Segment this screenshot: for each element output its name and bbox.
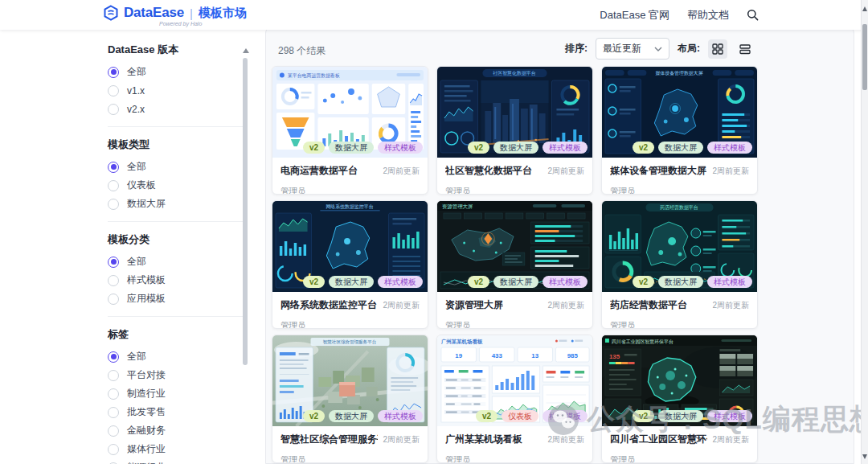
- dataease-logo-icon: [103, 5, 119, 21]
- template-card[interactable]: 智慧社区综合管理服务平台 v2 数据大屏 样式模板: [272, 335, 428, 463]
- template-card[interactable]: 药店经营数据平台: [601, 200, 758, 329]
- updated-time: 2周前更新: [712, 166, 749, 177]
- radio-icon: [108, 388, 119, 400]
- template-card[interactable]: 网络系统数据监控平台 v2 数据大屏: [272, 200, 428, 329]
- template-title: 电商运营数据平台: [280, 164, 358, 178]
- radio-icon: [108, 104, 119, 115]
- template-author: 管理员: [610, 186, 749, 195]
- radio-icon: [108, 257, 119, 268]
- radio-tag-energy[interactable]: 能源行业: [108, 458, 244, 464]
- template-preview: 社区智慧化数据平台: [437, 67, 592, 158]
- template-author: 管理员: [610, 454, 749, 463]
- type-badge: 数据大屏: [329, 410, 374, 422]
- radio-tag-media[interactable]: 媒体行业: [108, 440, 244, 458]
- radio-type-bigscreen[interactable]: 数据大屏: [108, 195, 244, 213]
- type-badge: 数据大屏: [658, 410, 703, 422]
- radio-version-v2[interactable]: v2.x: [108, 100, 244, 118]
- radio-tag-all[interactable]: 全部: [108, 347, 244, 366]
- type-badge: 数据大屏: [329, 276, 374, 288]
- radio-tag-finance[interactable]: 金融财务: [108, 421, 244, 440]
- radio-category-app[interactable]: 应用模板: [108, 289, 244, 308]
- divider: [108, 221, 243, 222]
- svg-text:药店经营数据平台: 药店经营数据平台: [660, 204, 698, 211]
- nav-link-help-docs[interactable]: 帮助文档: [687, 8, 729, 23]
- template-title: 广州某某机场看板: [445, 433, 522, 446]
- radio-tag-manufacturing[interactable]: 制造行业: [108, 384, 244, 403]
- version-badge: v2: [468, 276, 489, 288]
- template-card[interactable]: 资源管理大屏: [436, 200, 593, 329]
- search-button[interactable]: [747, 9, 759, 21]
- template-market-page: DataEase | 模板市场 Powered by Halo DataEase…: [0, 0, 868, 464]
- type-badge: 数据大屏: [493, 276, 538, 288]
- template-title: 药店经营数据平台: [610, 298, 687, 312]
- svg-text:社区智慧化数据平台: 社区智慧化数据平台: [493, 71, 535, 76]
- version-badge: v2: [476, 410, 497, 422]
- updated-time: 2周前更新: [712, 300, 749, 311]
- template-card[interactable]: 广州某某机场看板 19 433 13 985: [436, 335, 593, 463]
- layout-grid-button[interactable]: [708, 39, 727, 59]
- sort-dropdown[interactable]: 最近更新: [596, 38, 669, 60]
- powered-by-label: Powered by Halo: [159, 21, 202, 27]
- updated-time: 2周前更新: [383, 300, 420, 311]
- page-scrollbar[interactable]: [861, 0, 868, 464]
- template-preview: 广州某某机场看板 19 433 13 985: [437, 335, 592, 426]
- radio-tag-platform[interactable]: 平台对接: [108, 366, 244, 384]
- radio-tag-wholesale[interactable]: 批发零售: [108, 403, 244, 421]
- card-info: 四川省工业园区智慧环保平台2周前更新 管理员: [602, 426, 757, 463]
- scroll-down-icon[interactable]: [862, 454, 867, 459]
- template-title: 网络系统数据监控平台: [280, 298, 377, 312]
- radio-category-style[interactable]: 样式模板: [108, 271, 244, 289]
- filter-section-title-tags: 标签: [108, 327, 244, 343]
- scroll-up-icon[interactable]: [862, 6, 867, 11]
- brand-logo[interactable]: DataEase | 模板市场: [103, 5, 247, 21]
- brand-name: DataEase: [124, 5, 184, 21]
- badge-group: v2 数据大屏 样式模板: [303, 276, 423, 288]
- template-title: 社区智慧化数据平台: [445, 164, 532, 178]
- template-title: 资源管理大屏: [445, 298, 503, 312]
- template-title: 媒体设备管理数据大屏: [610, 164, 706, 178]
- template-card[interactable]: 某平台电商运营数据看板: [272, 66, 428, 195]
- template-preview: 网络系统数据监控平台 v2 数据大屏: [272, 201, 428, 292]
- category-badge: 样式模板: [542, 276, 588, 288]
- template-card[interactable]: 媒体设备管理数据大屏: [601, 66, 758, 195]
- template-card[interactable]: 社区智慧化数据平台: [436, 66, 593, 195]
- layout-list-button[interactable]: [735, 39, 755, 59]
- sort-label: 排序:: [565, 42, 588, 55]
- template-author: 管理员: [445, 186, 584, 195]
- type-badge: 数据大屏: [493, 142, 538, 154]
- radio-type-dashboard[interactable]: 仪表板: [108, 176, 244, 195]
- nav-link-official-site[interactable]: DataEase 官网: [600, 8, 669, 23]
- template-author: 管理员: [610, 320, 749, 329]
- badge-group: v2 数据大屏 样式模板: [303, 410, 423, 422]
- radio-icon: [108, 162, 119, 173]
- radio-type-all[interactable]: 全部: [108, 158, 244, 176]
- divider: [108, 316, 243, 317]
- filter-sidebar: DataEase 版本 全部 v1.x v2.x 模板类型 全部 仪表板 数据大…: [108, 43, 244, 464]
- sidebar-scroll-up-icon[interactable]: [243, 48, 249, 53]
- radio-category-all[interactable]: 全部: [108, 253, 244, 271]
- filter-section-title-category: 模板分类: [108, 232, 244, 248]
- radio-icon: [108, 425, 119, 437]
- type-badge: 数据大屏: [658, 276, 703, 288]
- card-info: 广州某某机场看板2周前更新 管理员: [437, 426, 592, 463]
- radio-version-all[interactable]: 全部: [108, 63, 244, 81]
- template-author: 管理员: [445, 454, 584, 463]
- version-badge: v2: [303, 276, 325, 288]
- svg-text:985: 985: [567, 352, 579, 359]
- radio-icon: [108, 444, 119, 455]
- type-badge: 数据大屏: [658, 142, 703, 154]
- template-card[interactable]: 四川省工业园区智慧环保平台 135: [601, 335, 758, 463]
- sidebar-scrollbar-thumb[interactable]: [243, 58, 248, 365]
- scrollbar-thumb[interactable]: [862, 24, 867, 90]
- result-count: 298 个结果: [278, 44, 326, 58]
- chevron-down-icon: [654, 47, 662, 51]
- svg-text:某平台电商运营数据看板: 某平台电商运营数据看板: [288, 72, 340, 79]
- radio-icon: [108, 407, 119, 418]
- updated-time: 2周前更新: [383, 166, 420, 177]
- radio-icon: [108, 370, 119, 381]
- category-badge: 样式模板: [378, 410, 423, 422]
- radio-icon: [108, 275, 119, 286]
- template-author: 管理员: [280, 186, 420, 195]
- list-view-icon: [739, 43, 751, 55]
- radio-version-v1[interactable]: v1.x: [108, 81, 244, 100]
